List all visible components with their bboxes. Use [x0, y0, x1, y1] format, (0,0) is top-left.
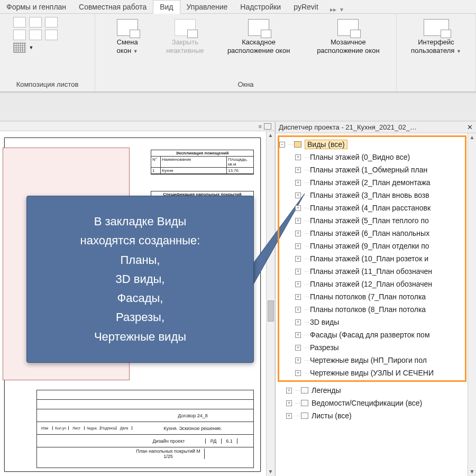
tree-node-view[interactable]: +⋯Планы этажей (4_План расстановк — [279, 202, 465, 214]
tree-node-label: Планы этажей (10_План розеток и — [310, 254, 428, 263]
expand-icon[interactable]: + — [295, 345, 301, 351]
view-options-icon[interactable]: ≡ — [259, 123, 262, 130]
tree-dots: ⋯ — [295, 400, 300, 406]
tree-node-view[interactable]: +⋯3D виды — [279, 316, 465, 328]
sheet-revise-icon[interactable] — [45, 17, 58, 28]
expand-icon[interactable]: + — [295, 205, 301, 211]
tb-doc: Дизайн проект — [132, 438, 206, 444]
tree-dots: ⋯ — [304, 294, 309, 300]
tree-dots: ⋯ — [304, 307, 309, 313]
expand-icon[interactable]: + — [295, 167, 301, 173]
tree-node-category[interactable]: +⋯Ведомости/Спецификации (все) — [278, 397, 476, 409]
tree-dots: ⋯ — [304, 370, 309, 376]
tree-node-view[interactable]: +⋯Планы этажей (2_План демонтажа — [279, 176, 465, 189]
expl-h-area: Площадь, кв.м — [227, 157, 253, 167]
tab-forms[interactable]: Формы и генплан — [0, 1, 72, 13]
scroll-up-icon[interactable]: ▲ — [469, 134, 475, 141]
view-dropdown-icon[interactable] — [264, 123, 271, 130]
tab-addins[interactable]: Надстройки — [234, 1, 287, 13]
tree-node-view[interactable]: +⋯Планы этажей (3_План вновь возв — [279, 189, 465, 202]
collapse-icon[interactable]: − — [279, 142, 285, 148]
tree-node-category[interactable]: +⋯Листы (все) — [278, 409, 476, 422]
expl-h-no: N° — [151, 157, 161, 167]
tree-node-view[interactable]: +⋯Чертежные виды (НП_Пироги пол — [279, 354, 465, 367]
tree-node-view[interactable]: +⋯Планы этажей (11_План обозначен — [279, 265, 465, 278]
tree-node-view[interactable]: +⋯Планы этажей (12_План обозначен — [279, 278, 465, 290]
user-interface-button[interactable]: Интерфейс пользователя ▼ — [405, 17, 468, 58]
scroll-down-icon[interactable]: ▼ — [268, 469, 274, 475]
switch-windows-button[interactable]: Смена окон ▼ — [104, 17, 151, 58]
expand-icon[interactable]: + — [295, 370, 301, 376]
tree-node-view[interactable]: +⋯Планы этажей (1_Обмерный план — [279, 163, 465, 176]
panel-ui-spacer — [435, 78, 437, 90]
tree-dots: ⋯ — [295, 388, 300, 393]
canvas-scrollbar[interactable]: ▲ ▼ — [266, 131, 274, 476]
view-toolbar: ≡ — [0, 122, 274, 131]
tree-node-label: Планы этажей (2_План демонтажа — [310, 178, 431, 187]
expand-icon[interactable]: + — [295, 180, 301, 186]
tree-node-view[interactable]: +⋯Чертежные виды (УЗЛЫ И СЕЧЕНИ — [279, 367, 465, 379]
expand-icon[interactable]: + — [286, 400, 292, 406]
expand-icon[interactable]: + — [286, 388, 292, 393]
tree-node-view[interactable]: +⋯Фасады (Фасад для разверток пом — [279, 328, 465, 341]
tab-pyrevit[interactable]: pyRevit — [287, 1, 325, 13]
tree-node-view[interactable]: +⋯Планы этажей (0_Видно все) — [279, 151, 465, 163]
expand-icon[interactable]: + — [295, 193, 301, 198]
expand-icon[interactable]: + — [295, 256, 301, 262]
tile-button[interactable]: Мозаичное расположение окон — [308, 17, 388, 58]
expand-icon[interactable]: + — [295, 218, 301, 224]
scroll-up-icon[interactable]: ▲ — [268, 132, 274, 139]
expand-icon[interactable]: + — [295, 307, 301, 313]
tree-node-view[interactable]: +⋯Планы этажей (9_План отделки по — [279, 240, 465, 252]
tree-node-view[interactable]: +⋯Разрезы — [279, 341, 465, 354]
tab-collab[interactable]: Совместная работа — [72, 1, 153, 13]
sheet-new-icon[interactable] — [13, 17, 26, 28]
tree-node-view[interactable]: +⋯Планы потолков (7_План потолка — [279, 290, 465, 303]
tb-h-3: №док. — [85, 426, 100, 430]
expand-icon[interactable]: + — [295, 281, 301, 287]
cascade-button[interactable]: Каскадное расположение окон — [219, 17, 298, 58]
tree-node-view[interactable]: +⋯Планы этажей (5_План теплого по — [279, 214, 465, 227]
expand-icon[interactable]: + — [295, 243, 301, 249]
expand-icon[interactable]: + — [286, 413, 292, 419]
browser-tree: − ⋯ Виды (все) +⋯Планы этажей (0_Видно в… — [276, 133, 476, 424]
expand-icon[interactable]: + — [295, 231, 301, 236]
scroll-down-icon[interactable]: ▼ — [469, 469, 475, 475]
tree-node-view[interactable]: +⋯Планы потолков (8_План потолка — [279, 303, 465, 316]
sheet-dup-icon[interactable] — [29, 17, 42, 28]
tree-node-label: Планы потолков (7_План потолка — [310, 292, 426, 301]
expand-icon[interactable]: + — [295, 332, 301, 338]
tree-node-label: Фасады (Фасад для разверток пом — [310, 331, 430, 339]
chevron-down-icon[interactable]: ▼ — [29, 42, 34, 53]
tree-node-views-root[interactable]: − ⋯ Виды (все) — [279, 138, 465, 151]
cascade-label1: Каскадное — [242, 38, 276, 46]
sheet-viewref-icon[interactable] — [45, 30, 58, 40]
tree-node-label: Планы этажей (5_План теплого по — [310, 216, 429, 225]
tree-dots: ⋯ — [304, 332, 309, 338]
sheet-grid-icon[interactable] — [13, 42, 26, 53]
tab-overflow-icon[interactable]: ▸▸ ▾ — [325, 6, 349, 13]
expand-icon[interactable]: + — [295, 269, 301, 274]
tab-manage[interactable]: Управление — [180, 1, 234, 13]
callout-tooltip: В закладке Виды находятся созданные: Пла… — [26, 196, 254, 363]
expand-icon[interactable]: + — [295, 154, 301, 160]
expand-icon[interactable]: + — [295, 294, 301, 300]
tree-node-label: Чертежные виды (УЗЛЫ И СЕЧЕНИ — [310, 369, 434, 377]
browser-scrollbar[interactable]: ▲ ▼ — [468, 133, 476, 476]
tree-node-category[interactable]: +⋯Легенды — [278, 384, 476, 397]
tab-view[interactable]: Вид — [153, 0, 180, 14]
chevron-down-icon: ▼ — [456, 49, 461, 54]
scroll-thumb[interactable] — [268, 300, 274, 322]
tree-node-view[interactable]: +⋯Планы этажей (10_План розеток и — [279, 252, 465, 265]
expand-icon[interactable]: + — [295, 319, 301, 325]
sheet-guide-icon[interactable] — [13, 30, 26, 40]
panel-ui: Интерфейс пользователя ▼ — [397, 14, 476, 91]
chevron-down-icon: ▼ — [133, 49, 138, 54]
close-icon[interactable]: ✕ — [467, 123, 473, 131]
tile-label2: расположение окон — [317, 47, 379, 54]
tree-node-label: Легенды — [312, 386, 341, 395]
category-icon — [301, 413, 308, 419]
tree-node-view[interactable]: +⋯Планы этажей (6_План напольных — [279, 227, 465, 240]
expand-icon[interactable]: + — [295, 358, 301, 363]
sheet-matchline-icon[interactable] — [29, 30, 42, 40]
